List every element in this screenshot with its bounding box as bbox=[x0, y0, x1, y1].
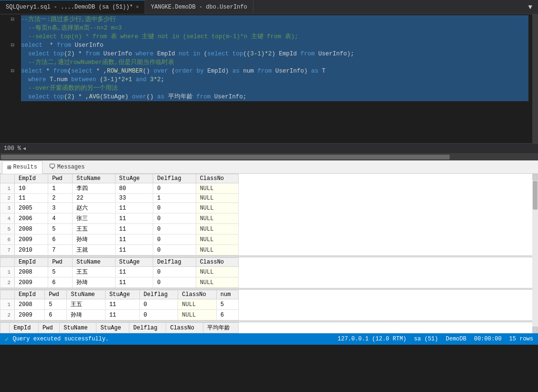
scroll-track bbox=[532, 180, 538, 327]
table-cell: 1 bbox=[48, 183, 73, 194]
scroll-down-btn[interactable]: ▼ bbox=[532, 327, 538, 333]
row-number-cell: 1 bbox=[0, 267, 15, 277]
table2-body: 120085王五110NULL220096孙琦110NULL bbox=[0, 267, 239, 288]
table-cell: NULL bbox=[196, 245, 238, 255]
table-cell: NULL bbox=[178, 310, 217, 320]
table-cell: 6 bbox=[216, 310, 238, 320]
gutter-line: ⊟ bbox=[0, 67, 14, 75]
col-header-rownum bbox=[0, 323, 10, 333]
status-db: DemoDB bbox=[446, 336, 466, 342]
table-cell: 5 bbox=[216, 299, 238, 310]
table-cell: 10 bbox=[15, 183, 48, 194]
table-cell: NULL bbox=[196, 203, 238, 213]
table-cell: 3 bbox=[48, 203, 73, 213]
line-gutter: ⊟ ⊟ ⊟ bbox=[0, 14, 17, 143]
table-row: 120085王五110NULL bbox=[0, 267, 239, 277]
tables-wrapper[interactable]: EmpId Pwd StuName StuAge Delflag ClassNo… bbox=[0, 174, 532, 333]
table-cell: 孙琦 bbox=[73, 234, 115, 245]
table-row: 1101李四800NULL bbox=[0, 183, 239, 194]
results-grid-icon: ⊞ bbox=[7, 163, 11, 171]
table-row: 420064张三110NULL bbox=[0, 213, 239, 224]
results-content: EmpId Pwd StuName StuAge Delflag ClassNo… bbox=[0, 174, 538, 333]
title-dropdown-arrow[interactable]: ▼ bbox=[527, 2, 534, 12]
table-cell: 22 bbox=[73, 194, 115, 203]
zoom-arrow-left[interactable]: ◀ bbox=[23, 146, 26, 151]
table-cell: 王五 bbox=[73, 224, 115, 234]
col-header-classno: ClassNo bbox=[178, 290, 217, 299]
tab-messages[interactable]: 🗨 Messages bbox=[43, 161, 90, 173]
table-cell: 王五 bbox=[73, 267, 115, 277]
horizontal-scrollbar[interactable] bbox=[0, 154, 538, 160]
table-cell: 0 bbox=[153, 267, 196, 277]
tab-userinfo-label: YANGKE.DemoDB - dbo.UserInfo bbox=[151, 4, 247, 11]
scroll-up-btn[interactable]: ▲ bbox=[532, 174, 538, 180]
zoom-level: 100 % bbox=[4, 145, 21, 152]
code-editor[interactable]: --方法一:跳过多少行,选中多少行 --每页n条,选择第m页--n=2 m=3 … bbox=[17, 14, 532, 143]
table3-body: 120085王五110NULL5220096孙琦110NULL6 bbox=[0, 299, 239, 320]
col-header-empid: EmpId bbox=[15, 174, 48, 183]
table-cell: 2 bbox=[48, 194, 73, 203]
status-bar: ✓ Query executed successfully. 127.0.0.1… bbox=[0, 333, 538, 345]
tab-userinfo[interactable]: YANGKE.DemoDB - dbo.UserInfo bbox=[145, 0, 253, 14]
gutter-line bbox=[0, 50, 14, 58]
table-cell: 0 bbox=[153, 183, 196, 194]
table-cell: 0 bbox=[153, 203, 196, 213]
table-cell: 11 bbox=[15, 194, 48, 203]
col-header-delflag: Delflag bbox=[129, 323, 166, 333]
col-header-pwd: Pwd bbox=[48, 174, 73, 183]
col-header-delflag: Delflag bbox=[153, 174, 196, 183]
row-number-cell: 6 bbox=[0, 234, 15, 245]
result-section-4: EmpId Pwd StuName StuAge Delflag ClassNo… bbox=[0, 322, 532, 333]
table-cell: 5 bbox=[48, 267, 73, 277]
col-header-stuname: StuName bbox=[67, 290, 105, 299]
col-header-stuage: StuAge bbox=[96, 323, 129, 333]
row-number-cell: 7 bbox=[0, 245, 15, 255]
code-line: select top(2) * from UserInfo where EmpI… bbox=[21, 50, 528, 58]
col-header-rownum bbox=[0, 174, 15, 183]
table-row: 220096孙琦110NULL bbox=[0, 277, 239, 288]
result-section-3: EmpId Pwd StuName StuAge Delflag ClassNo… bbox=[0, 290, 532, 320]
col-header-stuname: StuName bbox=[60, 323, 96, 333]
table-cell: 2006 bbox=[15, 213, 48, 224]
table-cell: NULL bbox=[196, 183, 238, 194]
col-header-delflag: Delflag bbox=[139, 290, 178, 299]
table-cell: 0 bbox=[153, 234, 196, 245]
code-line: --每页n条,选择第m页--n=2 m=3 bbox=[21, 24, 528, 32]
col-header-pwd: Pwd bbox=[45, 290, 67, 299]
col-header-stuage: StuAge bbox=[115, 174, 153, 183]
table-cell: 2008 bbox=[15, 267, 48, 277]
editor-area: ⊟ ⊟ ⊟ --方法一:跳过多少行,选中多少行 --每页n条,选择第m页--n=… bbox=[0, 14, 538, 143]
table-row: 520085王五110NULL bbox=[0, 224, 239, 234]
table-cell: 王五 bbox=[67, 299, 105, 310]
result-table-4: EmpId Pwd StuName StuAge Delflag ClassNo… bbox=[0, 322, 239, 333]
gutter-line bbox=[0, 24, 14, 32]
result-table-1: EmpId Pwd StuName StuAge Delflag ClassNo… bbox=[0, 174, 239, 255]
table-cell: 7 bbox=[48, 245, 73, 255]
editor-scrollbar[interactable] bbox=[532, 14, 538, 143]
messages-icon: 🗨 bbox=[49, 163, 55, 171]
table1-body: 1101李四800NULL211222331NULL320053赵六110NUL… bbox=[0, 183, 239, 255]
tab-results[interactable]: ⊞ Results bbox=[2, 161, 42, 174]
table-cell: 李四 bbox=[73, 183, 115, 194]
results-scrollbar-right[interactable]: ▲ ▼ bbox=[532, 174, 538, 333]
table-cell: 2008 bbox=[15, 224, 48, 234]
messages-tab-label: Messages bbox=[57, 164, 85, 170]
code-line: --方法一:跳过多少行,选中多少行 bbox=[21, 15, 528, 24]
code-line: where T.num between (3-1)*2+1 and 3*2; bbox=[21, 75, 528, 84]
row-number-cell: 2 bbox=[0, 310, 15, 320]
table-cell: 11 bbox=[115, 224, 153, 234]
table-cell: 0 bbox=[139, 299, 178, 310]
status-time: 00:00:00 bbox=[474, 336, 502, 342]
table-cell: NULL bbox=[196, 194, 238, 203]
table-row: 211222331NULL bbox=[0, 194, 239, 203]
col-header-pwd: Pwd bbox=[48, 258, 73, 267]
tab-sqlquery[interactable]: SQLQuery1.sql - ....DemoDB (sa (51))* × bbox=[0, 0, 145, 14]
table-cell: 11 bbox=[105, 299, 139, 310]
col-header-empid: EmpId bbox=[15, 258, 48, 267]
tab-sqlquery-close[interactable]: × bbox=[136, 4, 139, 10]
code-line: --select top(n) * from 表 where 主键 not in… bbox=[21, 32, 528, 41]
gutter-line bbox=[0, 93, 14, 101]
results-tabs: ⊞ Results 🗨 Messages bbox=[0, 160, 538, 174]
check-icon: ✓ bbox=[5, 335, 9, 343]
result-section-2: EmpId Pwd StuName StuAge Delflag ClassNo… bbox=[0, 257, 532, 288]
